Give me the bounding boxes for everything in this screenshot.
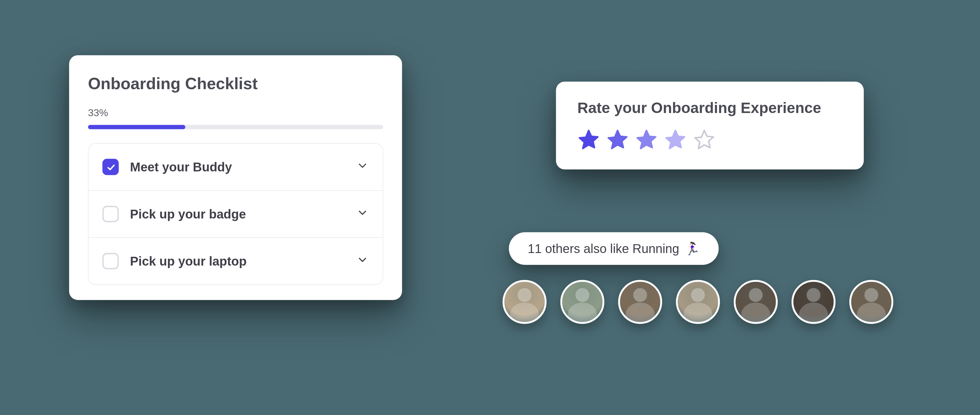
- checklist-items: Meet your BuddyPick up your badgePick up…: [88, 143, 383, 285]
- runner-icon: 🏃🏻‍♀️: [684, 241, 700, 256]
- progress-bar-fill: [88, 125, 185, 129]
- checkbox-unchecked-icon[interactable]: [102, 253, 119, 269]
- checklist-item[interactable]: Pick up your laptop: [89, 238, 383, 284]
- chevron-down-icon[interactable]: [356, 207, 369, 222]
- chevron-down-icon[interactable]: [356, 253, 369, 269]
- star-2[interactable]: [606, 128, 629, 150]
- avatar[interactable]: [560, 280, 604, 324]
- avatar[interactable]: [618, 280, 662, 324]
- chevron-down-icon[interactable]: [356, 160, 369, 174]
- avatar[interactable]: [849, 280, 893, 324]
- checkbox-unchecked-icon[interactable]: [102, 206, 119, 222]
- social-bubble: 11 others also like Running 🏃🏻‍♀️: [509, 232, 719, 265]
- avatar[interactable]: [791, 280, 835, 324]
- checkbox-checked-icon[interactable]: [102, 159, 119, 175]
- social-section: 11 others also like Running 🏃🏻‍♀️: [503, 232, 905, 324]
- checklist-item-label: Pick up your laptop: [130, 254, 356, 268]
- avatar[interactable]: [503, 280, 546, 324]
- avatar-row: [503, 280, 905, 324]
- checklist-title: Onboarding Checklist: [88, 74, 383, 93]
- progress-percent-label: 33%: [88, 107, 383, 119]
- star-rating: [577, 128, 842, 150]
- avatar[interactable]: [733, 280, 778, 324]
- checklist-item[interactable]: Meet your Buddy: [89, 144, 383, 191]
- onboarding-checklist-card: Onboarding Checklist 33% Meet your Buddy…: [69, 55, 402, 300]
- star-3[interactable]: [635, 128, 658, 150]
- checklist-item-label: Pick up your badge: [130, 207, 356, 221]
- progress-bar: [88, 125, 383, 129]
- rating-card: Rate your Onboarding Experience: [556, 82, 864, 169]
- star-4[interactable]: [664, 128, 687, 150]
- checklist-item-label: Meet your Buddy: [130, 160, 356, 174]
- rating-title: Rate your Onboarding Experience: [577, 99, 842, 117]
- social-text: 11 others also like Running: [528, 241, 679, 256]
- checklist-item[interactable]: Pick up your badge: [89, 191, 383, 238]
- star-1[interactable]: [577, 128, 600, 150]
- avatar[interactable]: [676, 280, 720, 324]
- star-5[interactable]: [693, 128, 716, 150]
